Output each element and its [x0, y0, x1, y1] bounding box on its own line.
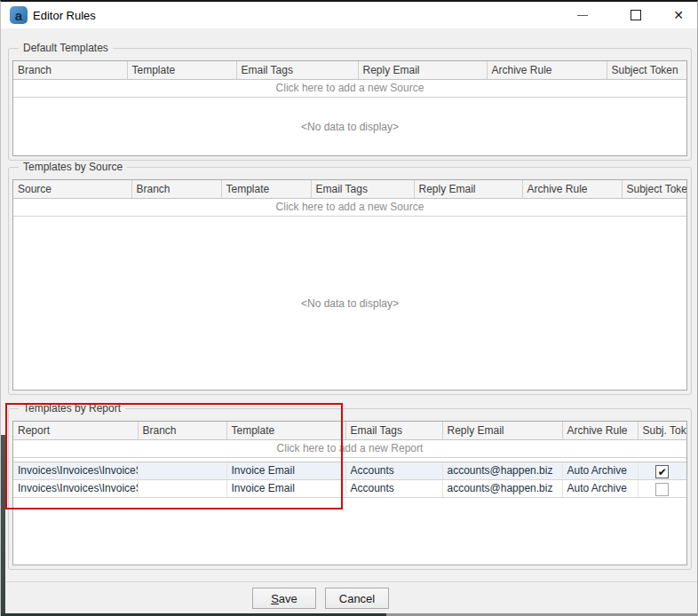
no-data-message: <No data to display>: [13, 99, 686, 155]
maximize-button[interactable]: [615, 2, 656, 28]
group-title: Templates by Report: [19, 402, 125, 415]
column-header-template[interactable]: Template: [226, 422, 345, 439]
column-header-branch[interactable]: Branch: [138, 422, 226, 439]
title-bar: a Editor Rules ✕: [1, 2, 697, 28]
cell-template[interactable]: Invoice Email: [226, 462, 345, 479]
cell-email-tags[interactable]: Accounts: [345, 462, 442, 479]
cell-reply-email[interactable]: accounts@happen.biz: [442, 462, 562, 479]
cell-archive-rule[interactable]: Auto Archive: [562, 479, 638, 497]
column-header-email-tags[interactable]: Email Tags: [236, 61, 358, 79]
column-header-template[interactable]: Template: [127, 61, 236, 79]
column-header-reply-email[interactable]: Reply Email: [358, 61, 487, 79]
subject-token-checkbox[interactable]: [655, 483, 669, 496]
cell-archive-rule[interactable]: Auto Archive: [562, 462, 638, 479]
cancel-button-label: Cancel: [339, 592, 375, 605]
column-header-reply-email[interactable]: Reply Email: [414, 180, 522, 198]
save-button[interactable]: Save: [252, 588, 316, 609]
cell-branch[interactable]: [138, 462, 226, 479]
column-header-branch[interactable]: Branch: [13, 61, 127, 79]
cell-template[interactable]: Invoice Email: [226, 479, 345, 497]
column-header-template[interactable]: Template: [221, 180, 311, 198]
minimize-icon: [577, 15, 588, 16]
cell-branch[interactable]: [138, 479, 226, 497]
column-header-source[interactable]: Source: [13, 180, 131, 198]
close-button[interactable]: ✕: [658, 2, 698, 28]
column-header-subject-token[interactable]: Subj. Toke: [638, 422, 686, 439]
add-new-source-row[interactable]: Click here to add a new Source: [13, 79, 686, 97]
window-title: Editor Rules: [33, 9, 96, 22]
templates-by-source-grid: Source Branch Template Email Tags Reply …: [12, 179, 687, 391]
group-title: Default Templates: [19, 42, 113, 54]
default-templates-grid: Branch Template Email Tags Reply Email A…: [12, 60, 687, 156]
maximize-icon: [631, 10, 641, 20]
cell-email-tags[interactable]: Accounts: [345, 479, 442, 497]
add-new-report-row[interactable]: Click here to add a new Report: [13, 439, 686, 457]
column-header-reply-email[interactable]: Reply Email: [442, 422, 562, 439]
column-header-subject-token[interactable]: Subject Token: [607, 61, 686, 79]
editor-rules-dialog: a Editor Rules ✕ Default Templates Branc…: [0, 0, 698, 616]
column-header-email-tags[interactable]: Email Tags: [345, 422, 442, 439]
templates-by-report-grid: Report Branch Template Email Tags Reply …: [12, 421, 687, 565]
save-button-label: Save: [271, 592, 297, 605]
column-header-report[interactable]: Report: [13, 422, 138, 439]
table-row[interactable]: Invoices\Invoices\InvoiceSa Invoice Emai…: [13, 462, 686, 479]
background-edge-artifact: [1, 435, 5, 616]
grid-header-row: Report Branch Template Email Tags Reply …: [13, 422, 686, 439]
cell-report[interactable]: Invoices\Invoices\InvoiceSe: [13, 479, 138, 497]
add-new-source-row[interactable]: Click here to add a new Source: [13, 198, 686, 216]
cell-report[interactable]: Invoices\Invoices\InvoiceSa: [13, 462, 138, 479]
footer-separator: [1, 581, 697, 582]
grid-header-row: Source Branch Template Email Tags Reply …: [13, 180, 686, 198]
group-templates-by-source: Templates by Source Source Branch Templa…: [8, 167, 692, 395]
column-header-archive-rule[interactable]: Archive Rule: [562, 422, 638, 439]
grid-header-row: Branch Template Email Tags Reply Email A…: [13, 61, 686, 79]
column-header-archive-rule[interactable]: Archive Rule: [522, 180, 622, 198]
group-title: Templates by Source: [19, 161, 127, 173]
group-default-templates: Default Templates Branch Template Email …: [8, 48, 692, 161]
table-row[interactable]: Invoices\Invoices\InvoiceSe Invoice Emai…: [13, 479, 686, 497]
group-templates-by-report: Templates by Report Report Branch Templa…: [8, 408, 692, 570]
column-header-subject-token[interactable]: Subject Token: [622, 180, 686, 198]
subject-token-checkbox[interactable]: ✔: [655, 465, 669, 478]
column-header-email-tags[interactable]: Email Tags: [311, 180, 414, 198]
cell-reply-email[interactable]: accounts@happen.biz: [442, 479, 562, 497]
no-data-message: <No data to display>: [13, 217, 686, 390]
app-logo-icon: a: [10, 6, 28, 24]
column-header-archive-rule[interactable]: Archive Rule: [487, 61, 607, 79]
close-icon: ✕: [673, 8, 684, 22]
column-header-branch[interactable]: Branch: [131, 180, 221, 198]
cancel-button[interactable]: Cancel: [325, 588, 389, 609]
minimize-button[interactable]: [562, 2, 603, 28]
